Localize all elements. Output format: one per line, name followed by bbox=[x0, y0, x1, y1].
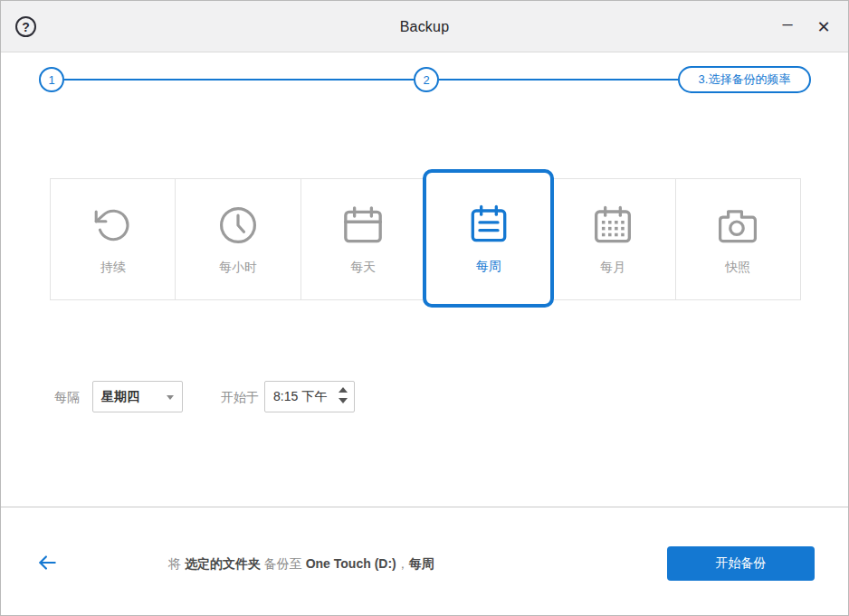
frequency-tile-label: 每小时 bbox=[219, 260, 257, 276]
summary-comma: ， bbox=[396, 556, 409, 571]
calendar-grid-icon bbox=[590, 203, 635, 248]
step-3-label: 3.选择备份的频率 bbox=[678, 66, 811, 93]
calendar-icon bbox=[340, 203, 386, 248]
minimize-button[interactable]: – bbox=[776, 14, 799, 41]
frequency-tile-label: 每周 bbox=[476, 259, 501, 275]
back-button[interactable] bbox=[35, 551, 59, 574]
summary-prefix: 将 bbox=[168, 556, 185, 571]
summary-middle: 备份至 bbox=[261, 556, 306, 571]
clock-icon bbox=[216, 203, 260, 248]
frequency-tile-label: 每月 bbox=[600, 260, 625, 276]
time-input[interactable]: 8:15 下午 bbox=[264, 381, 355, 412]
frequency-tile-daily[interactable]: 每天 bbox=[301, 179, 426, 299]
summary-source: 选定的文件夹 bbox=[185, 556, 261, 571]
time-stepper bbox=[339, 386, 348, 404]
step-1-circle: 1 bbox=[39, 67, 64, 92]
rotate-ccw-icon bbox=[92, 203, 134, 248]
frequency-tile-hourly[interactable]: 每小时 bbox=[176, 179, 300, 299]
arrow-left-icon bbox=[35, 551, 59, 574]
footer-divider bbox=[1, 507, 848, 507]
every-label: 每隔 bbox=[54, 390, 80, 406]
chevron-down-icon bbox=[167, 395, 174, 400]
spinner-down-icon[interactable] bbox=[339, 397, 348, 404]
camera-icon bbox=[716, 203, 759, 248]
time-value: 8:15 下午 bbox=[273, 389, 327, 405]
spinner-up-icon[interactable] bbox=[339, 386, 348, 393]
frequency-tile-weekly[interactable]: 每周 bbox=[423, 169, 554, 308]
day-select[interactable]: 星期四 bbox=[92, 381, 183, 412]
backup-summary: 将 选定的文件夹 备份至 One Touch (D:)，每周 bbox=[168, 556, 434, 573]
backup-window: ? Backup – ✕ 1 2 3.选择备份的频率 持续 bbox=[0, 0, 849, 616]
window-controls: – ✕ bbox=[776, 1, 835, 52]
day-select-value: 星期四 bbox=[101, 389, 139, 405]
summary-destination: One Touch (D:) bbox=[306, 556, 396, 571]
step-indicator: 1 2 3.选择备份的频率 bbox=[1, 53, 848, 108]
titlebar: ? Backup – ✕ bbox=[1, 1, 848, 52]
step-connector-2 bbox=[439, 79, 678, 81]
summary-frequency: 每周 bbox=[409, 556, 434, 571]
window-title: Backup bbox=[1, 1, 848, 52]
step-2-circle: 2 bbox=[414, 67, 439, 92]
frequency-tile-monthly[interactable]: 每月 bbox=[550, 179, 675, 299]
frequency-tile-snapshot[interactable]: 快照 bbox=[676, 179, 800, 299]
start-at-label: 开始于 bbox=[221, 390, 259, 406]
frequency-tile-strip: 持续 每小时 每天 bbox=[50, 178, 801, 300]
close-button[interactable]: ✕ bbox=[812, 14, 835, 41]
step-connector-1 bbox=[64, 79, 414, 81]
frequency-tile-label: 每天 bbox=[350, 260, 376, 276]
calendar-lines-icon bbox=[466, 202, 511, 247]
start-backup-button[interactable]: 开始备份 bbox=[667, 546, 815, 581]
frequency-tile-continuous[interactable]: 持续 bbox=[51, 179, 176, 299]
frequency-tile-label: 快照 bbox=[725, 260, 750, 276]
frequency-tile-label: 持续 bbox=[100, 260, 126, 276]
